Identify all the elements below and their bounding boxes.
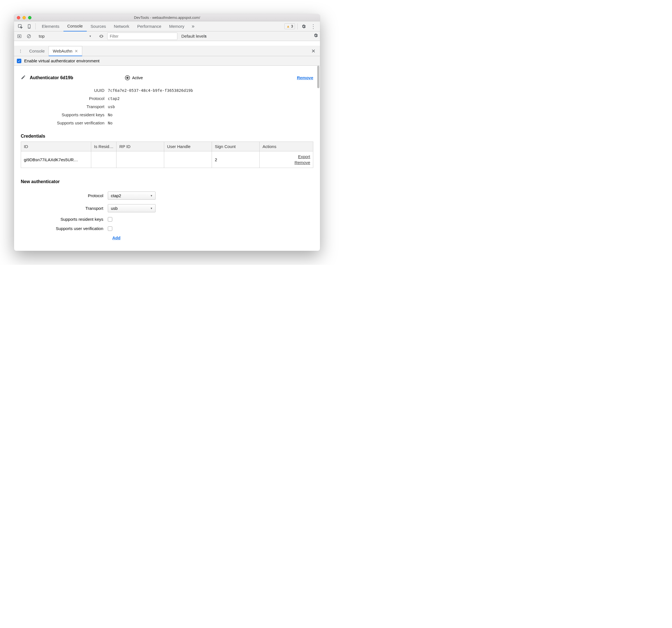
- active-label: Active: [132, 75, 143, 80]
- drawer-more-icon[interactable]: ⋮: [16, 49, 25, 53]
- close-drawer-icon[interactable]: ✕: [309, 48, 318, 54]
- user-verification-label: Supports user verification: [32, 120, 108, 125]
- minimize-window-icon[interactable]: [22, 16, 26, 19]
- execute-icon[interactable]: [16, 32, 23, 40]
- credential-userhandle: [164, 152, 212, 168]
- settings-gear-icon[interactable]: [300, 22, 308, 30]
- credential-actions: Export Remove: [260, 152, 313, 168]
- col-header-actions[interactable]: Actions: [260, 142, 313, 152]
- col-header-signcount[interactable]: Sign Count: [212, 142, 260, 152]
- authenticator-title: Authenticator 6d19b: [30, 75, 73, 80]
- user-verification-value: No: [108, 121, 113, 125]
- warning-triangle-icon: ▲: [286, 24, 290, 28]
- credential-signcount: 2: [212, 152, 260, 168]
- tab-network[interactable]: Network: [110, 21, 133, 31]
- credential-row: gi9DBsn77iLAXdK7es5UR… 2 Export Remove: [21, 152, 313, 168]
- active-radio[interactable]: [125, 75, 130, 80]
- transport-label: Transport: [32, 104, 108, 109]
- enable-virtual-auth-row: Enable virtual authenticator environment: [14, 56, 320, 66]
- new-protocol-select[interactable]: ctap2: [108, 191, 155, 200]
- protocol-label: Protocol: [32, 96, 108, 101]
- transport-value: usb: [108, 104, 115, 109]
- uuid-label: UUID: [32, 88, 108, 93]
- device-toolbar-icon[interactable]: [25, 22, 33, 30]
- toolbar-right: ▲ 3 ⋮: [284, 22, 318, 30]
- inspect-element-icon[interactable]: [16, 22, 24, 30]
- edit-pencil-icon[interactable]: [21, 75, 26, 80]
- enable-virtual-auth-label: Enable virtual authenticator environment: [24, 59, 100, 63]
- new-transport-label: Transport: [21, 206, 108, 211]
- close-window-icon[interactable]: [17, 16, 20, 19]
- window-controls: [17, 16, 31, 19]
- console-settings-icon[interactable]: [313, 33, 318, 39]
- tab-console[interactable]: Console: [64, 21, 87, 31]
- tab-performance[interactable]: Performance: [133, 21, 165, 31]
- zoom-window-icon[interactable]: [28, 16, 31, 19]
- new-userver-label: Supports user verification: [21, 226, 108, 231]
- new-authenticator-heading: New authenticator: [21, 179, 313, 184]
- warnings-badge[interactable]: ▲ 3: [284, 23, 295, 29]
- svg-line-5: [28, 35, 30, 37]
- more-options-icon[interactable]: ⋮: [309, 23, 318, 30]
- new-transport-select[interactable]: usb: [108, 204, 155, 212]
- new-protocol-label: Protocol: [21, 193, 108, 198]
- new-userver-checkbox[interactable]: [108, 226, 112, 231]
- tab-memory[interactable]: Memory: [165, 21, 188, 31]
- clear-console-icon[interactable]: [25, 32, 32, 40]
- separator: [297, 23, 297, 29]
- active-radio-group: Active: [125, 75, 143, 80]
- authenticator-properties: UUID 7cf6a7e2-0537-48c4-b9fe-f3653826d19…: [32, 86, 313, 127]
- tab-sources[interactable]: Sources: [87, 21, 110, 31]
- window-title: DevTools - webauthndemo.appspot.com/: [14, 16, 320, 20]
- credentials-heading: Credentials: [21, 134, 313, 139]
- filter-input[interactable]: [107, 32, 177, 40]
- main-tab-strip: Elements Console Sources Network Perform…: [38, 21, 198, 31]
- more-tabs-icon[interactable]: »: [188, 23, 198, 29]
- credential-resident: [91, 152, 117, 168]
- enable-virtual-auth-checkbox[interactable]: [17, 59, 21, 63]
- log-levels-selector[interactable]: Default levels: [179, 34, 208, 39]
- new-authenticator-section: New authenticator Protocol ctap2 Transpo…: [21, 179, 313, 242]
- main-toolbar: Elements Console Sources Network Perform…: [14, 21, 320, 31]
- resident-keys-label: Supports resident keys: [32, 112, 108, 117]
- drawer-tab-webauthn[interactable]: WebAuthn ✕: [49, 46, 82, 56]
- new-protocol-value: ctap2: [108, 191, 155, 200]
- credential-id: gi9DBsn77iLAXdK7es5UR…: [21, 152, 91, 168]
- add-authenticator-link[interactable]: Add: [112, 235, 120, 240]
- export-credential-link[interactable]: Export: [262, 154, 310, 160]
- drawer-tab-strip: ⋮ Console WebAuthn ✕ ✕: [14, 46, 320, 56]
- new-transport-value: usb: [108, 204, 155, 212]
- remove-authenticator-link[interactable]: Remove: [297, 75, 313, 80]
- new-resident-label: Supports resident keys: [21, 217, 108, 222]
- protocol-value: ctap2: [108, 96, 120, 101]
- log-levels-value: Default levels: [179, 34, 208, 39]
- new-resident-checkbox[interactable]: [108, 217, 112, 222]
- drawer-tab-console[interactable]: Console: [25, 46, 49, 56]
- col-header-resident[interactable]: Is Resid…: [91, 142, 117, 152]
- webauthn-panel: Authenticator 6d19b Active Remove UUID 7…: [14, 66, 320, 251]
- scrollbar-thumb[interactable]: [317, 66, 319, 88]
- context-value: top: [37, 32, 93, 40]
- live-expression-icon[interactable]: [98, 32, 105, 40]
- spacer: [14, 41, 320, 46]
- credentials-table: ID Is Resid… RP ID User Handle Sign Coun…: [21, 142, 313, 168]
- remove-credential-link[interactable]: Remove: [262, 160, 310, 165]
- context-selector[interactable]: top: [37, 32, 93, 40]
- credential-rpid: [117, 152, 164, 168]
- col-header-rpid[interactable]: RP ID: [117, 142, 164, 152]
- console-subtoolbar: top Default levels: [14, 31, 320, 41]
- drawer-tab-webauthn-label: WebAuthn: [53, 49, 72, 53]
- uuid-value: 7cf6a7e2-0537-48c4-b9fe-f3653826d19b: [108, 88, 193, 93]
- devtools-window: DevTools - webauthndemo.appspot.com/ Ele…: [14, 14, 320, 251]
- warning-count: 3: [291, 24, 293, 28]
- close-tab-icon[interactable]: ✕: [75, 49, 78, 53]
- col-header-id[interactable]: ID: [21, 142, 91, 152]
- tab-elements[interactable]: Elements: [38, 21, 64, 31]
- col-header-userhandle[interactable]: User Handle: [164, 142, 212, 152]
- titlebar: DevTools - webauthndemo.appspot.com/: [14, 14, 320, 21]
- resident-keys-value: No: [108, 113, 113, 117]
- authenticator-header: Authenticator 6d19b Active Remove: [21, 75, 313, 80]
